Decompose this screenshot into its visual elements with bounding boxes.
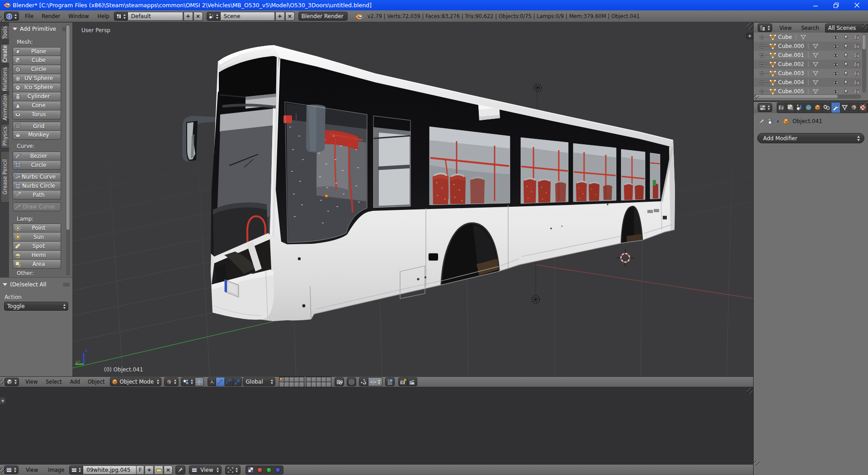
tool-button-spot[interactable]: Spot bbox=[13, 242, 61, 251]
expand-icon[interactable] bbox=[759, 89, 765, 95]
outliner-row-cube.003[interactable]: Cube.003| bbox=[754, 69, 861, 78]
viewport-shading-dropdown[interactable] bbox=[164, 377, 179, 386]
tab-create[interactable]: Create bbox=[0, 44, 9, 63]
properties-tab-render[interactable] bbox=[777, 103, 786, 113]
outliner-row-cube[interactable]: Cube| bbox=[754, 33, 861, 42]
screen-layout-name-field[interactable]: Default bbox=[128, 12, 183, 21]
properties-tab-scene[interactable] bbox=[795, 103, 804, 113]
renderability-camera-icon[interactable] bbox=[854, 70, 860, 77]
image-view-mode-dropdown[interactable]: View bbox=[189, 466, 221, 475]
outliner-row-cube.001[interactable]: Cube.001| bbox=[754, 51, 861, 60]
tool-button-cone[interactable]: Cone bbox=[13, 101, 61, 110]
selectability-cursor-icon[interactable] bbox=[843, 70, 849, 76]
properties-tab-render-layers[interactable] bbox=[786, 103, 795, 113]
fake-user-button[interactable]: F bbox=[137, 466, 144, 475]
channel-green-button[interactable] bbox=[264, 466, 274, 474]
channel-blue-button[interactable] bbox=[274, 466, 283, 474]
layer-20[interactable] bbox=[326, 382, 331, 387]
outliner-row-cube.002[interactable]: Cube.002| bbox=[754, 60, 861, 69]
selectability-cursor-icon[interactable] bbox=[843, 79, 849, 86]
tool-button-cube[interactable]: Cube bbox=[13, 56, 61, 65]
properties-corner-grip[interactable] bbox=[754, 461, 760, 466]
transform-orientation-dropdown[interactable]: Global bbox=[243, 377, 275, 386]
properties-tab-material[interactable] bbox=[849, 103, 859, 113]
tool-button-cylinder[interactable]: Cylinder bbox=[13, 92, 61, 101]
menu-outliner-search[interactable]: Search bbox=[800, 25, 820, 31]
outliner-filter-dropdown[interactable]: All Scenes bbox=[825, 24, 868, 33]
image-name-field[interactable]: 09white.jpg.045 bbox=[83, 466, 137, 475]
screen-layout-browse[interactable] bbox=[114, 12, 128, 21]
outliner-corner-grip[interactable] bbox=[754, 94, 759, 99]
panel-drag-dots[interactable] bbox=[63, 283, 70, 286]
selectability-cursor-icon[interactable] bbox=[843, 43, 849, 49]
renderability-camera-icon[interactable] bbox=[854, 61, 860, 68]
tool-shelf-scrollbar-thumb[interactable] bbox=[66, 25, 70, 230]
tool-button-uv-sphere[interactable]: UV Sphere bbox=[13, 74, 61, 83]
visibility-eye-icon[interactable] bbox=[832, 34, 839, 41]
tool-button-sun[interactable]: Sun bbox=[13, 233, 61, 242]
image-unlink-button[interactable] bbox=[164, 466, 173, 475]
image-open-button[interactable] bbox=[154, 466, 163, 475]
manipulator-axis-button[interactable] bbox=[208, 377, 216, 386]
properties-tab-world[interactable] bbox=[804, 103, 813, 113]
tool-button-torus[interactable]: Torus bbox=[13, 110, 61, 119]
action-dropdown[interactable]: Toggle bbox=[4, 302, 68, 311]
rotate-manipulator-button[interactable] bbox=[225, 377, 233, 386]
visibility-eye-icon[interactable] bbox=[832, 70, 839, 77]
expand-icon[interactable] bbox=[759, 71, 765, 76]
renderability-camera-icon[interactable] bbox=[854, 43, 860, 50]
tab-tools[interactable]: Tools bbox=[0, 25, 9, 40]
tool-button-plane[interactable]: Plane bbox=[13, 47, 61, 56]
opengl-anim-button[interactable] bbox=[408, 377, 417, 386]
screen-layout-add-button[interactable] bbox=[184, 12, 193, 21]
tab-grease-pencil[interactable]: Grease Pencil bbox=[0, 151, 9, 203]
image-editor-resize-grip[interactable] bbox=[747, 388, 753, 394]
editor-type-selector-3dview[interactable] bbox=[5, 378, 19, 386]
tab-animation[interactable]: Animation bbox=[0, 95, 9, 119]
visibility-eye-icon[interactable] bbox=[832, 79, 839, 86]
menu-image-view[interactable]: View bbox=[25, 467, 39, 473]
outliner-row-cube.000[interactable]: Cube.000| bbox=[754, 42, 861, 51]
snap-element-dropdown[interactable] bbox=[368, 377, 382, 386]
editor-type-selector-properties[interactable] bbox=[758, 103, 772, 112]
menu-help[interactable]: Help bbox=[97, 13, 110, 19]
tool-button-circle[interactable]: Circle bbox=[13, 65, 61, 74]
expand-icon[interactable] bbox=[759, 80, 765, 86]
renderability-camera-icon[interactable] bbox=[854, 52, 860, 59]
selectability-cursor-icon[interactable] bbox=[843, 61, 849, 67]
lamp-empty[interactable] bbox=[534, 84, 542, 92]
viewport-header-grip[interactable] bbox=[0, 379, 6, 385]
opengl-still-button[interactable] bbox=[398, 377, 408, 386]
image-pin-button[interactable] bbox=[175, 466, 185, 475]
menu-window[interactable]: Window bbox=[67, 13, 90, 19]
close-button[interactable] bbox=[849, 0, 864, 10]
visibility-eye-icon[interactable] bbox=[832, 52, 839, 59]
properties-tab-data[interactable] bbox=[840, 103, 849, 113]
tool-button-monkey[interactable]: Monkey bbox=[13, 131, 61, 140]
menu-render[interactable]: Render bbox=[41, 13, 61, 19]
tool-button-hemi[interactable]: Hemi bbox=[13, 251, 61, 260]
expand-icon[interactable] bbox=[759, 43, 765, 49]
visibility-eye-icon[interactable] bbox=[832, 88, 839, 95]
pivot-point-dropdown[interactable] bbox=[181, 377, 195, 386]
menu-select[interactable]: Select bbox=[45, 379, 62, 385]
tool-button-nurbs-curve[interactable]: Nurbs Curve bbox=[13, 172, 61, 181]
renderability-camera-icon[interactable] bbox=[854, 79, 860, 86]
menu-object[interactable]: Object bbox=[87, 379, 105, 385]
renderability-camera-icon[interactable] bbox=[854, 88, 860, 95]
image-header-grip[interactable] bbox=[0, 467, 6, 473]
deselect-panel-header[interactable]: (De)select All bbox=[3, 280, 70, 288]
menu-outliner-view[interactable]: View bbox=[778, 25, 793, 31]
scale-manipulator-button[interactable] bbox=[233, 377, 242, 386]
outliner-row-cube.004[interactable]: Cube.004| bbox=[754, 78, 861, 87]
add-primitive-panel-header[interactable]: Add Primitive bbox=[13, 25, 69, 33]
expand-icon[interactable] bbox=[759, 34, 765, 40]
3d-viewport[interactable]: z y x User Persp (0) Object.041 bbox=[0, 23, 753, 376]
channel-red-button[interactable] bbox=[255, 466, 264, 474]
selectability-cursor-icon[interactable] bbox=[843, 52, 849, 58]
tool-button-ico-sphere[interactable]: Ico Sphere bbox=[13, 83, 61, 92]
properties-tab-object[interactable] bbox=[813, 103, 822, 113]
image-browse[interactable] bbox=[69, 466, 83, 475]
tool-button-bezier[interactable]: Bezier bbox=[13, 152, 61, 161]
viewport-resize-grip[interactable] bbox=[746, 23, 753, 29]
